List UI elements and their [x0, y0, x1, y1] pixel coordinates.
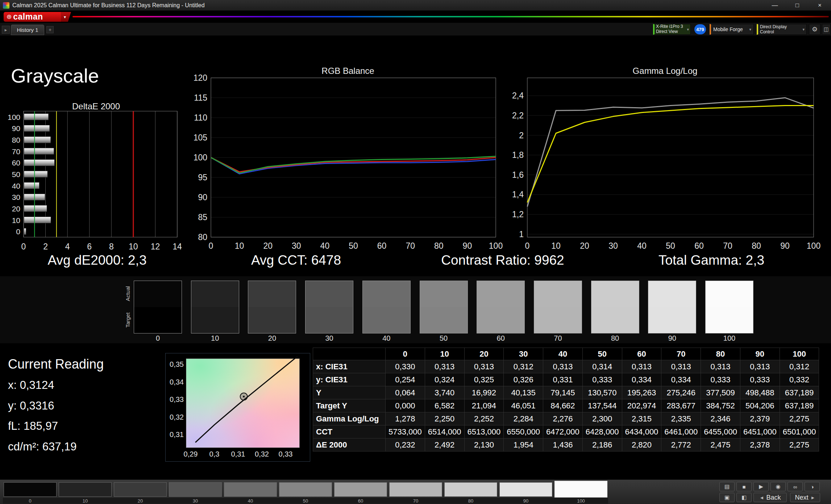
footer-gray-patch-40[interactable] [224, 482, 277, 497]
axis-tick-label: 1,8 [512, 150, 524, 160]
logo-menu-arrow-icon[interactable]: ▾ [61, 12, 71, 22]
table-cell: 2,275 [780, 412, 819, 425]
table-cell: 2,315 [622, 412, 661, 425]
axis-tick-label: 10 [551, 241, 561, 251]
footer-gray-patch-50[interactable] [279, 482, 332, 497]
table-cell: 137,544 [582, 399, 622, 412]
footer-patch-label: 50 [303, 498, 308, 504]
actual-row-label: Actual [125, 286, 131, 301]
swatch-target [191, 307, 239, 333]
table-cell: 6513,000 [464, 425, 504, 438]
current-reading-y: y: 0,3316 [8, 399, 54, 412]
table-cell: 0,333 [740, 373, 780, 386]
footer-gray-patch-90[interactable] [499, 482, 552, 497]
table-cell: 6451,000 [740, 425, 780, 438]
tab-scroll-left-button[interactable]: ▸ [2, 26, 10, 34]
swatch-actual [534, 281, 582, 307]
footer-gray-patch-30[interactable] [169, 482, 222, 497]
axis-tick-label: 0,32 [170, 413, 184, 421]
app-icon [3, 2, 9, 9]
table-cell: 2,820 [622, 438, 661, 452]
axis-tick-label: 90 [12, 124, 20, 133]
axis-tick-label: 0 [525, 241, 530, 251]
grayscale-swatch-30 [305, 281, 353, 333]
axis-tick-label: 80 [752, 241, 761, 251]
deltae-bar-chart: 024681012141009080706050403020100 [7, 98, 188, 253]
table-cell: 6514,000 [425, 425, 464, 438]
axis-tick-label: 115 [194, 93, 207, 102]
tab-history-1[interactable]: History 1 [11, 25, 44, 35]
axis-tick-label: 90 [198, 193, 207, 202]
current-reading-fl: fL: 185,97 [8, 420, 58, 433]
table-cell: 6428,000 [582, 425, 622, 438]
side-panel-icon[interactable]: ◫ [822, 24, 831, 35]
meter-name: X-Rite i1Pro 3 [656, 24, 683, 29]
window-title: Calman 2025 Calman Ultimate for Business… [12, 2, 205, 9]
deltae-bar [24, 228, 26, 235]
window-controls: — □ × [764, 0, 831, 10]
axis-tick-label: 70 [12, 147, 20, 156]
grayscale-swatch-40 [362, 281, 411, 333]
target-series-line [527, 106, 814, 203]
swatch-target [591, 307, 639, 333]
table-cell: 2,378 [740, 438, 780, 452]
add-tab-button[interactable]: + [46, 26, 54, 33]
table-col-header: 30 [504, 348, 543, 360]
power-button[interactable]: ◑ [805, 482, 820, 491]
swatch-target [420, 307, 468, 333]
titlebar: Calman 2025 Calman Ultimate for Business… [0, 0, 831, 11]
grayscale-swatch-90 [648, 281, 696, 333]
table-cell: 2,379 [740, 412, 780, 425]
grayscale-swatch-60 [477, 281, 525, 333]
table-row-label: Y [313, 386, 386, 399]
next-label: Next [795, 494, 809, 501]
table-cell: 0,314 [582, 360, 622, 373]
next-button[interactable]: Next ► [790, 493, 820, 502]
stop-button[interactable]: ■ [736, 482, 752, 491]
grayscale-swatch-50 [420, 281, 468, 333]
meter-select-labels: X-Rite i1Pro 3 Direct View [656, 24, 683, 34]
maximize-button[interactable]: □ [786, 0, 809, 10]
footer-gray-patch-10[interactable] [59, 482, 112, 497]
back-button[interactable]: ◄ Back [753, 493, 787, 502]
table-cell: 2,284 [504, 412, 543, 425]
meter-select-dropdown[interactable]: X-Rite i1Pro 3 Direct View ▾ [653, 24, 691, 35]
minimize-button[interactable]: — [764, 0, 786, 10]
footer-gray-patch-60[interactable] [334, 482, 387, 497]
calman-logo[interactable]: ⊛ calman [4, 12, 61, 22]
axis-tick-label: 70 [406, 241, 415, 251]
axis-tick-label: 100 [807, 241, 820, 251]
table-cell: 0,324 [425, 373, 464, 386]
table-corner-cell [313, 348, 386, 360]
swatch-actual [706, 281, 753, 307]
play-button[interactable]: ▶ [753, 482, 769, 491]
swatch-level-label: 80 [611, 334, 619, 343]
axis-tick-label: 110 [194, 113, 207, 122]
target-size-button[interactable]: ▣ [719, 493, 735, 502]
table-cell: 1,436 [543, 438, 583, 452]
axis-tick-label: 0 [16, 227, 20, 236]
footer-gray-patch-100[interactable] [554, 481, 607, 497]
footer-gray-patch-70[interactable] [389, 482, 442, 497]
gear-icon[interactable]: ⚙ [809, 24, 820, 35]
axis-tick-label: 80 [12, 136, 20, 144]
footer-gray-patch-20[interactable] [114, 482, 167, 497]
continuous-mode-button[interactable]: ∞ [788, 482, 803, 491]
footer-gray-patch-0[interactable] [4, 482, 57, 497]
display-control-dropdown[interactable]: Direct Display Control ▾ [757, 24, 807, 35]
axis-tick-label: 30 [12, 193, 20, 201]
table-cell: 2,772 [661, 438, 701, 452]
close-button[interactable]: × [809, 0, 831, 10]
split-screen-button[interactable]: ◧ [736, 493, 752, 502]
axis-tick-label: 90 [780, 241, 790, 251]
axis-tick-label: 105 [194, 133, 207, 142]
table-cell: 6434,000 [622, 425, 661, 438]
pattern-source-dropdown[interactable]: Mobile Forge ▾ [710, 24, 754, 35]
footer-gray-patch-80[interactable] [444, 482, 497, 497]
axis-tick-label: 100 [194, 153, 207, 162]
deltae-bar [24, 125, 50, 131]
table-cell: 3,740 [425, 386, 464, 399]
pattern-window-button[interactable]: ▤ [719, 482, 735, 491]
record-button[interactable]: ◉ [770, 482, 786, 491]
table-row-label: ΔE 2000 [313, 438, 386, 452]
